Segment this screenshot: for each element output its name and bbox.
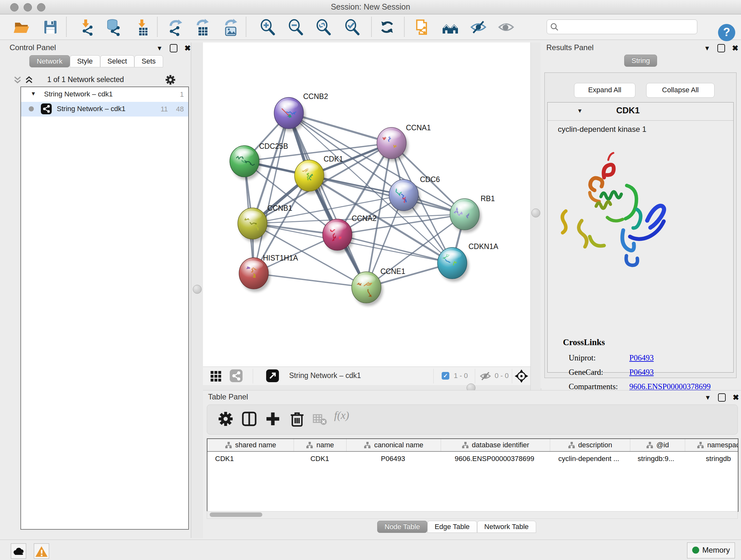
network-edge[interactable] <box>289 113 366 287</box>
selected-checkbox-icon[interactable]: ✓ <box>442 372 449 380</box>
export-table-icon[interactable] <box>193 18 211 36</box>
section-collapse-icon[interactable]: ▼ <box>577 108 583 114</box>
show-columns-icon[interactable] <box>241 411 258 427</box>
protein-section-header[interactable]: ▼ CDK1 <box>548 103 733 121</box>
network-node[interactable]: CCNB2 <box>274 92 328 132</box>
column-header-label: namespace <box>707 441 738 449</box>
network-options-gear-icon[interactable] <box>165 74 176 85</box>
search-input[interactable] <box>561 20 695 33</box>
table-cell[interactable]: 9606.ENSP00000378699 <box>440 452 549 466</box>
network-from-clipboard-icon[interactable] <box>413 18 431 36</box>
network-edge[interactable] <box>254 273 366 287</box>
crosslink-link[interactable]: P06493 <box>629 368 654 377</box>
network-canvas[interactable]: CCNB2 CCNA1 CDC25B CDK1 CDC6 R <box>203 43 530 367</box>
tab-style[interactable]: Style <box>70 55 100 67</box>
column-header[interactable]: namespace <box>685 439 738 451</box>
string-view-icon[interactable] <box>230 369 243 382</box>
warning-button[interactable] <box>34 543 49 559</box>
open-in-window-icon[interactable] <box>266 369 279 382</box>
network-collection-row[interactable]: ▼ String Network – cdk1 1 <box>21 87 188 102</box>
create-column-plus-icon[interactable] <box>265 411 281 427</box>
help-icon[interactable]: ? <box>718 24 735 41</box>
network-node[interactable]: CDC6 <box>389 175 440 213</box>
column-header[interactable]: @id <box>630 439 685 451</box>
delete-column-trash-icon[interactable] <box>289 411 306 427</box>
network-node[interactable]: CDC25B <box>230 142 288 180</box>
network-node[interactable]: CCNA1 <box>377 124 431 162</box>
column-header[interactable]: description <box>550 439 630 451</box>
table-row[interactable]: CDK1CDK1P064939606.ENSP00000378699cyclin… <box>207 452 738 466</box>
table-panel-collapse-icon[interactable]: ▼ <box>704 394 711 401</box>
import-table-icon[interactable] <box>133 18 151 36</box>
table-panel-close-icon[interactable]: ✖ <box>733 393 739 402</box>
zoom-selected-icon[interactable] <box>343 18 361 36</box>
results-panel-float-icon[interactable] <box>718 44 725 52</box>
column-header[interactable]: canonical name <box>347 439 441 451</box>
table-hscrollbar[interactable] <box>207 511 738 519</box>
network-node[interactable]: HIST1H1A <box>239 254 298 292</box>
table-cell[interactable]: cyclin-dependent ... <box>549 452 629 466</box>
collapse-all-icon[interactable] <box>13 75 22 85</box>
network-node[interactable]: CCNB1 <box>238 204 292 242</box>
table-cell[interactable]: CDK1 <box>207 452 293 466</box>
splitter-handle[interactable] <box>531 208 540 217</box>
zoom-fit-icon[interactable] <box>314 18 332 36</box>
results-panel-close-icon[interactable]: ✖ <box>732 44 738 53</box>
results-panel-collapse-icon[interactable]: ▼ <box>704 45 711 52</box>
node-label: CCNA1 <box>406 124 431 132</box>
collection-expand-icon[interactable]: ▼ <box>30 91 36 97</box>
network-edge[interactable] <box>254 113 289 273</box>
column-header[interactable]: shared name <box>207 439 294 451</box>
table-options-gear-icon[interactable] <box>217 411 234 427</box>
open-session-icon[interactable] <box>12 18 30 36</box>
network-node[interactable]: CDKN1A <box>437 242 498 282</box>
column-header[interactable]: database identifier <box>441 439 550 451</box>
memory-button[interactable]: Memory <box>687 543 735 558</box>
crosslink-link[interactable]: P06493 <box>629 354 654 362</box>
expand-all-button[interactable]: Expand All <box>574 83 635 98</box>
string-network-graph[interactable]: CCNB2 CCNA1 CDC25B CDK1 CDC6 R <box>203 43 530 367</box>
network-node[interactable]: RB1 <box>450 194 495 233</box>
import-network-database-icon[interactable] <box>104 18 122 36</box>
hide-selected-eye-icon[interactable] <box>469 18 487 36</box>
save-session-icon[interactable] <box>41 18 59 36</box>
control-panel-collapse-icon[interactable]: ▼ <box>156 45 163 52</box>
tab-edge-table[interactable]: Edge Table <box>427 521 477 533</box>
column-header-label: shared name <box>235 441 276 449</box>
expand-all-icon[interactable] <box>24 75 34 85</box>
tab-sets[interactable]: Sets <box>134 55 163 67</box>
tab-select[interactable]: Select <box>100 55 134 67</box>
splitter-handle[interactable] <box>193 285 202 294</box>
export-network-icon[interactable] <box>166 18 184 36</box>
table-cell[interactable]: stringdb <box>683 452 738 466</box>
refresh-icon[interactable] <box>378 18 396 36</box>
zoom-in-icon[interactable] <box>259 18 276 36</box>
tab-node-table[interactable]: Node Table <box>377 521 427 533</box>
hidden-eye-slash-icon[interactable] <box>479 371 491 381</box>
column-header[interactable]: name <box>294 439 347 451</box>
network-row-selected[interactable]: String Network – cdk1 11 48 <box>21 102 188 117</box>
control-panel-close-icon[interactable]: ✖ <box>185 44 191 53</box>
tab-network[interactable]: Network <box>29 55 70 67</box>
table-cell[interactable]: stringdb:9... <box>629 452 683 466</box>
show-all-eye-icon[interactable] <box>497 18 515 36</box>
tab-network-table[interactable]: Network Table <box>477 521 536 533</box>
cloud-button[interactable] <box>11 543 26 559</box>
scrollbar-thumb[interactable] <box>210 512 262 517</box>
first-neighbors-houses-icon[interactable] <box>441 18 459 36</box>
tab-string[interactable]: String <box>624 55 657 67</box>
collapse-all-button[interactable]: Collapse All <box>646 83 715 98</box>
table-cell[interactable]: P06493 <box>346 452 440 466</box>
protein-section: ▼ CDK1 cyclin-dependent kinase 1 <box>547 102 734 373</box>
table-cell[interactable]: CDK1 <box>293 452 346 466</box>
birds-eye-grid-icon[interactable] <box>210 370 221 382</box>
control-panel-float-icon[interactable] <box>170 44 178 52</box>
delete-table-icon <box>313 413 327 426</box>
fit-content-crosshair-icon[interactable] <box>515 369 529 383</box>
export-image-icon[interactable] <box>222 18 240 36</box>
crosslink-link[interactable]: 9606.ENSP00000378699 <box>629 382 711 391</box>
table-panel-float-icon[interactable] <box>718 393 726 401</box>
import-network-file-icon[interactable] <box>77 18 95 36</box>
horizontal-splitter[interactable] <box>203 385 530 390</box>
zoom-out-icon[interactable] <box>286 18 305 36</box>
